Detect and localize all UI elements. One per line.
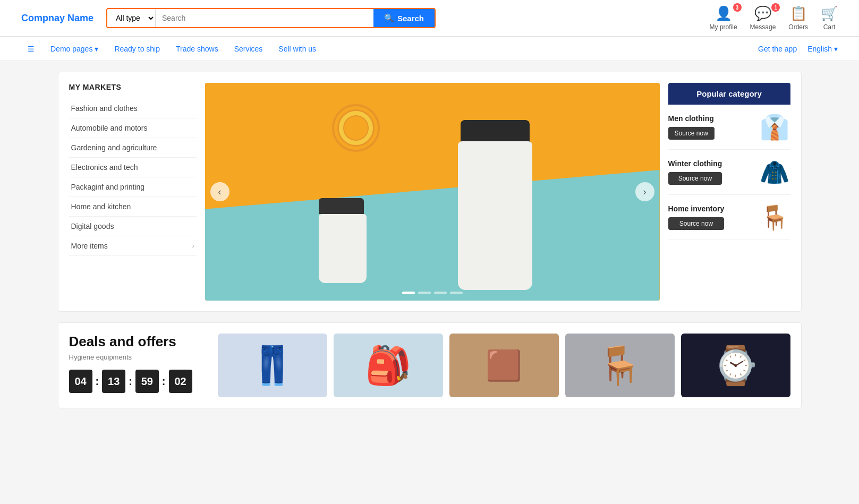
orange-slice-decoration (332, 104, 380, 152)
header-icons: 👤 My profile 3 💬 Message 1 📋 Orders 🛒 Ca… (710, 5, 838, 31)
main-content: MY MARKETS Fashion and clothes Automobil… (47, 72, 812, 408)
message-icon-item[interactable]: 💬 Message 1 (750, 5, 776, 31)
cart-icon: 🛒 (821, 5, 838, 22)
nav-item-sell-with-us[interactable]: Sell with us (272, 37, 322, 61)
nav-item-trade-shows[interactable]: Trade shows (169, 37, 225, 61)
message-label: Message (750, 23, 776, 31)
source-now-men-button[interactable]: Source now (668, 127, 715, 140)
carousel-dots (402, 292, 463, 294)
orange-inner (337, 109, 375, 147)
more-items-arrow-icon: › (192, 242, 194, 250)
jeans-icon: 👖 (249, 344, 295, 387)
carousel-dot-3[interactable] (434, 292, 447, 294)
nav-item-demo-pages[interactable]: Demo pages ▾ (44, 37, 105, 61)
countdown-minutes: 13 (102, 370, 125, 393)
sidebar-item-packaging[interactable]: Packaginf and printing (69, 177, 197, 197)
nav-hamburger[interactable]: ☰ (21, 37, 41, 61)
category-name-home: Home inventory (668, 204, 725, 213)
orders-label: Orders (788, 23, 808, 31)
message-icon: 💬 (754, 5, 771, 22)
sidebar-item-fashion[interactable]: Fashion and clothes (69, 99, 197, 118)
my-profile-icon-item[interactable]: 👤 My profile 3 (710, 5, 737, 31)
deals-info: Deals and offers Hygiene equipments 04 :… (69, 334, 218, 393)
winter-clothing-thumbnail: 🧥 (759, 156, 790, 188)
product-image-jeans: 👖 (218, 334, 327, 397)
armchair-icon: 🪑 (760, 203, 789, 232)
orders-icon: 📋 (790, 5, 807, 22)
orders-icon-item[interactable]: 📋 Orders (788, 5, 808, 31)
carousel-prev-button[interactable]: ‹ (210, 182, 229, 201)
shirt-icon: 👔 (760, 113, 789, 141)
nav-item-ready-to-ship[interactable]: Ready to ship (108, 37, 166, 61)
category-info-winter: Winter clothing Source now (668, 159, 722, 185)
nav-item-services[interactable]: Services (228, 37, 269, 61)
countdown-hours: 04 (69, 370, 92, 393)
men-clothing-thumbnail: 👔 (759, 111, 790, 143)
carousel-dot-1[interactable] (402, 292, 415, 294)
search-button[interactable]: 🔍 Search (373, 9, 435, 27)
category-info-home: Home inventory Source now (668, 204, 725, 230)
sidebar-item-electronics[interactable]: Electronics and tech (69, 158, 197, 177)
product-image-armchair: 🪑 (565, 334, 675, 397)
source-now-winter-button[interactable]: Source now (668, 172, 722, 185)
small-cup-lid (319, 198, 364, 214)
popular-category-header: Popular category (668, 83, 790, 105)
orange-core (343, 115, 369, 141)
nav-right: Get the app English ▾ (758, 45, 838, 53)
category-item-home-inventory: Home inventory Source now 🪑 (668, 195, 790, 240)
deals-section: Deals and offers Hygiene equipments 04 :… (58, 322, 802, 408)
profile-badge: 3 (733, 3, 742, 12)
home-inventory-thumbnail: 🪑 (759, 201, 790, 233)
search-input[interactable] (156, 9, 373, 27)
deals-title: Deals and offers (69, 334, 207, 350)
carousel: ‹ › (205, 83, 660, 301)
profile-icon: 👤 (715, 5, 732, 22)
product-card-smartwatch[interactable]: ⌚ (681, 334, 790, 397)
sidebar-item-gardening[interactable]: Gardening and agriculture (69, 138, 197, 158)
chair-icon: 🪑 (597, 344, 643, 387)
sidebar-item-automobile[interactable]: Automobile and motors (69, 118, 197, 138)
get-the-app-link[interactable]: Get the app (758, 45, 797, 53)
product-card-jeans[interactable]: 👖 (218, 334, 327, 397)
logo: Compnay Name (21, 13, 96, 24)
sidebar-item-home-kitchen[interactable]: Home and kitchen (69, 197, 197, 217)
search-icon: 🔍 (384, 13, 394, 23)
product-card-armchair[interactable]: 🪑 (565, 334, 675, 397)
jacket-icon: 🧥 (760, 158, 789, 186)
backpack-icon: 🎒 (365, 344, 411, 387)
category-item-men-clothing: Men clothing Source now 👔 (668, 105, 790, 150)
header: Compnay Name All type 🔍 Search 👤 My prof… (0, 0, 859, 37)
carousel-dot-4[interactable] (450, 292, 463, 294)
category-item-winter-clothing: Winter clothing Source now 🧥 (668, 150, 790, 195)
popular-category-panel: Popular category Men clothing Source now… (668, 83, 790, 301)
language-selector[interactable]: English ▾ (807, 45, 838, 53)
sidebar-item-more[interactable]: More items › (69, 236, 197, 256)
carousel-dot-2[interactable] (418, 292, 431, 294)
chevron-down-icon: ▾ (95, 45, 98, 53)
category-name-men: Men clothing (668, 114, 715, 123)
message-badge: 1 (771, 3, 780, 12)
search-bar: All type 🔍 Search (106, 8, 436, 28)
carousel-image (205, 83, 660, 301)
sidebar-item-digital[interactable]: Digital goods (69, 217, 197, 236)
countdown-timer: 04 : 13 : 59 : 02 (69, 370, 207, 393)
countdown-colon-3: : (162, 370, 166, 393)
nav-bar: ☰ Demo pages ▾ Ready to ship Trade shows… (0, 37, 859, 61)
product-card-backpack[interactable]: 🎒 (334, 334, 443, 397)
deals-products-row: 👖 🎒 🟫 🪑 ⌚ (218, 334, 790, 397)
product-card-wallet[interactable]: 🟫 (449, 334, 559, 397)
countdown-colon-2: : (129, 370, 132, 393)
category-info-men: Men clothing Source now (668, 114, 715, 140)
source-now-home-button[interactable]: Source now (668, 217, 725, 230)
product-image-wallet: 🟫 (449, 334, 559, 397)
countdown-frames: 02 (169, 370, 192, 393)
watch-icon: ⌚ (712, 344, 759, 387)
cart-icon-item[interactable]: 🛒 Cart (821, 5, 838, 31)
carousel-next-button[interactable]: › (635, 182, 654, 201)
category-name-winter: Winter clothing (668, 159, 722, 168)
small-cup-body (319, 214, 367, 283)
product-image-smartwatch: ⌚ (681, 334, 790, 397)
profile-label: My profile (710, 23, 737, 31)
search-type-select[interactable]: All type (107, 9, 156, 27)
countdown-seconds: 59 (135, 370, 159, 393)
